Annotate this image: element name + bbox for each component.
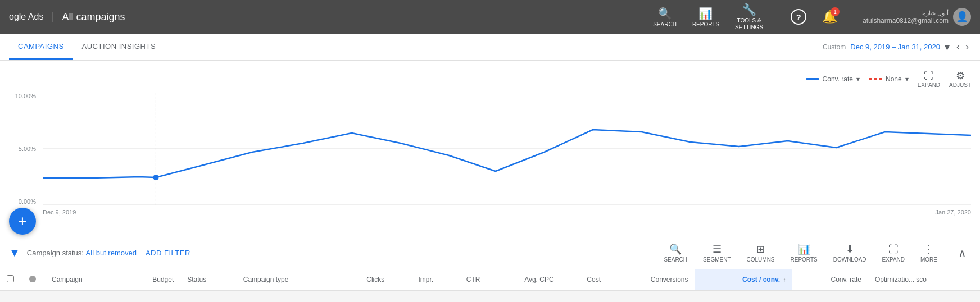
th-campaign[interactable]: Campaign xyxy=(45,269,121,290)
add-filter-button[interactable]: ADD FILTER xyxy=(146,249,190,257)
bar-chart-icon: 📊 xyxy=(798,243,810,255)
chart-area: 10.00% 5.00% 0.00% Dec 9, 2019 Jan 2 xyxy=(9,93,971,231)
th-checkbox[interactable] xyxy=(0,269,22,290)
help-icon: ? xyxy=(791,9,806,25)
th-status-dot xyxy=(22,269,45,290)
expand-icon: ⛶ xyxy=(888,244,899,255)
search-icon: 🔍 xyxy=(669,243,682,255)
prev-date-button[interactable]: ‹ xyxy=(954,40,962,54)
th-conv-rate[interactable]: Conv. rate xyxy=(792,269,868,290)
sort-asc-icon: ↑ xyxy=(783,277,786,283)
user-email: atulsharma0812@gmail.com xyxy=(863,17,949,25)
reports-nav-button[interactable]: 📊 REPORTS xyxy=(686,3,726,31)
download-icon: ⬇ xyxy=(846,243,854,255)
next-date-button[interactable]: › xyxy=(963,40,971,54)
campaigns-table-container: Campaign Budget Status Campaign type Cli… xyxy=(0,269,980,291)
columns-button[interactable]: ⊞ COLUMNS xyxy=(740,241,782,265)
chart-legend: Conv. rate ▾ None ▾ ⛶ EXPAND ⚙ ADJUST xyxy=(9,70,971,88)
chart-data-point xyxy=(153,175,158,180)
date-range-label: Custom xyxy=(823,43,846,51)
more-button[interactable]: ⋮ MORE xyxy=(914,241,944,265)
notifications-button[interactable]: 🔔 1 xyxy=(815,6,844,28)
chart-container: Conv. rate ▾ None ▾ ⛶ EXPAND ⚙ ADJUST 10… xyxy=(0,61,980,236)
search-nav-button[interactable]: 🔍 SEARCH xyxy=(646,3,683,31)
expand-chart-button[interactable]: ⛶ EXPAND xyxy=(918,70,940,88)
filter-bar: ▼ Campaign status: All but removed ADD F… xyxy=(0,236,980,269)
user-info[interactable]: أتول شارما atulsharma0812@gmail.com 👤 xyxy=(863,8,971,26)
top-navigation: ogle Ads All campaigns 🔍 SEARCH 📊 REPORT… xyxy=(0,0,980,34)
tools-settings-nav-button[interactable]: 🔧 TOOLS & SETTINGS xyxy=(728,0,770,34)
filter-icon: ▼ xyxy=(9,246,20,259)
nav-divider xyxy=(777,7,777,27)
y-axis-labels: 10.00% 5.00% 0.00% xyxy=(9,93,40,205)
chevron-down-icon: ▾ xyxy=(945,41,950,53)
reports-icon: 📊 xyxy=(698,7,713,20)
search-icon: 🔍 xyxy=(658,7,672,20)
status-dot-icon xyxy=(29,276,36,282)
legend-secondary-dropdown[interactable]: ▾ xyxy=(905,75,909,83)
add-campaign-icon[interactable]: + xyxy=(9,208,36,235)
th-clicks[interactable]: Clicks xyxy=(337,269,391,290)
legend-primary-dropdown[interactable]: ▾ xyxy=(856,75,860,83)
date-range-selector[interactable]: Custom Dec 9, 2019 – Jan 31, 2020 ▾ ‹ › xyxy=(823,40,971,54)
th-optimization-score[interactable]: Optimizatio... sco xyxy=(868,269,980,290)
campaigns-table: Campaign Budget Status Campaign type Cli… xyxy=(0,269,980,291)
search-filter-button[interactable]: 🔍 SEARCH xyxy=(657,241,694,265)
tab-auction-insights[interactable]: AUCTION INSIGHTS xyxy=(73,34,165,60)
reports-filter-button[interactable]: 📊 REPORTS xyxy=(784,241,824,265)
y-label-0: 0.00% xyxy=(19,198,36,205)
segment-button[interactable]: ☰ SEGMENT xyxy=(696,241,737,265)
nav-divider-2 xyxy=(851,7,851,27)
tab-campaigns[interactable]: CAMPAIGNS xyxy=(9,34,73,60)
x-label-end: Jan 27, 2020 xyxy=(935,209,971,216)
th-avg-cpc[interactable]: Avg. CPC xyxy=(487,269,561,290)
more-icon: ⋮ xyxy=(924,243,934,255)
user-name-display: أتول شارما xyxy=(921,10,949,17)
expand-table-button[interactable]: ⛶ EXPAND xyxy=(875,241,911,265)
collapse-button[interactable]: ∧ xyxy=(954,244,971,262)
app-logo: ogle Ads xyxy=(9,12,53,22)
th-cost[interactable]: Cost xyxy=(561,269,607,290)
date-range-value: Dec 9, 2019 – Jan 31, 2020 xyxy=(850,43,940,51)
download-button[interactable]: ⬇ DOWNLOAD xyxy=(827,241,873,265)
columns-icon: ⊞ xyxy=(756,243,765,255)
select-all-checkbox[interactable] xyxy=(7,275,14,282)
help-button[interactable]: ? xyxy=(784,6,813,28)
th-conversions[interactable]: Conversions xyxy=(607,269,695,290)
notification-badge: 1 xyxy=(831,7,840,16)
date-range-nav: ‹ › xyxy=(954,40,971,54)
th-cost-conv[interactable]: Cost / conv. ↑ xyxy=(695,269,793,290)
fab-add-button[interactable]: + xyxy=(9,208,36,235)
chart-svg xyxy=(43,93,971,205)
nav-icons-group: 🔍 SEARCH 📊 REPORTS 🔧 TOOLS & SETTINGS ? … xyxy=(646,0,971,34)
chevron-up-icon: ∧ xyxy=(958,247,967,259)
th-status[interactable]: Status xyxy=(180,269,236,290)
filter-value: All but removed xyxy=(86,249,137,257)
th-budget[interactable]: Budget xyxy=(121,269,180,290)
th-impr[interactable]: Impr. xyxy=(391,269,440,290)
y-label-5: 5.00% xyxy=(19,145,36,152)
legend-conv-rate[interactable]: Conv. rate ▾ xyxy=(806,75,860,83)
page-title: All campaigns xyxy=(62,11,646,23)
adjust-chart-button[interactable]: ⚙ ADJUST xyxy=(949,70,971,88)
segment-icon: ☰ xyxy=(713,243,722,255)
y-label-10: 10.00% xyxy=(15,93,36,99)
table-header: Campaign Budget Status Campaign type Cli… xyxy=(0,269,980,290)
avatar: 👤 xyxy=(953,8,971,26)
tabs-bar: CAMPAIGNS AUCTION INSIGHTS Custom Dec 9,… xyxy=(0,34,980,61)
x-axis-labels: Dec 9, 2019 Jan 27, 2020 xyxy=(43,207,971,216)
adjust-icon: ⚙ xyxy=(956,70,965,82)
legend-none[interactable]: None ▾ xyxy=(869,75,909,83)
x-label-start: Dec 9, 2019 xyxy=(43,209,76,216)
tools-icon: 🔧 xyxy=(742,3,756,16)
legend-red-dashed xyxy=(869,78,882,80)
filter-actions: 🔍 SEARCH ☰ SEGMENT ⊞ COLUMNS 📊 REPORTS ⬇… xyxy=(657,241,971,265)
filter-text: Campaign status: All but removed xyxy=(27,249,137,257)
expand-icon: ⛶ xyxy=(924,70,934,82)
filter-divider xyxy=(949,244,949,262)
th-campaign-type[interactable]: Campaign type xyxy=(237,269,338,290)
th-ctr[interactable]: CTR xyxy=(440,269,487,290)
legend-blue-line xyxy=(806,78,819,80)
